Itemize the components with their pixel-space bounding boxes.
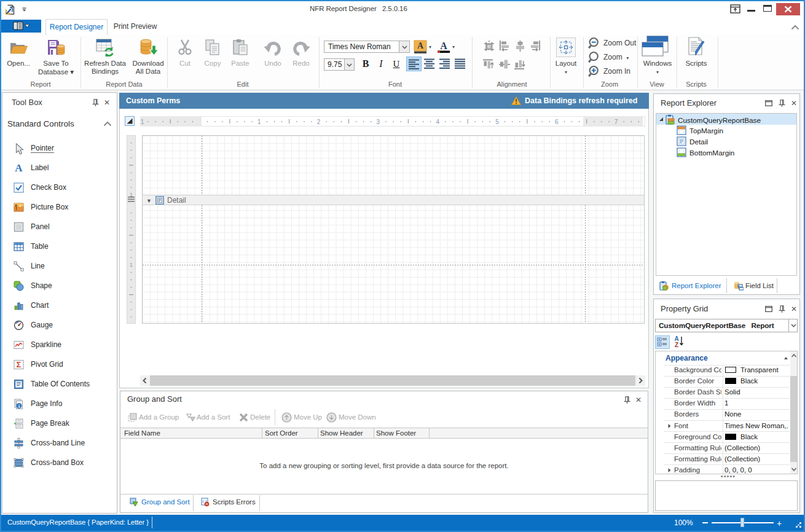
svg-text:A: A (15, 163, 23, 173)
svg-text:1: 1 (141, 119, 144, 125)
svg-text:Σ: Σ (17, 360, 22, 369)
svg-text:1: 1 (257, 119, 261, 125)
svg-text:4: 4 (436, 119, 439, 125)
svg-text:A: A (417, 41, 424, 50)
svg-text:6: 6 (555, 119, 559, 125)
svg-text:3: 3 (377, 119, 380, 125)
svg-text:A: A (440, 41, 447, 51)
svg-text:Z: Z (675, 342, 678, 348)
svg-text:2: 2 (317, 119, 321, 125)
svg-text:7: 7 (615, 119, 618, 125)
svg-text:5: 5 (495, 119, 499, 125)
svg-text:1: 1 (130, 262, 133, 268)
